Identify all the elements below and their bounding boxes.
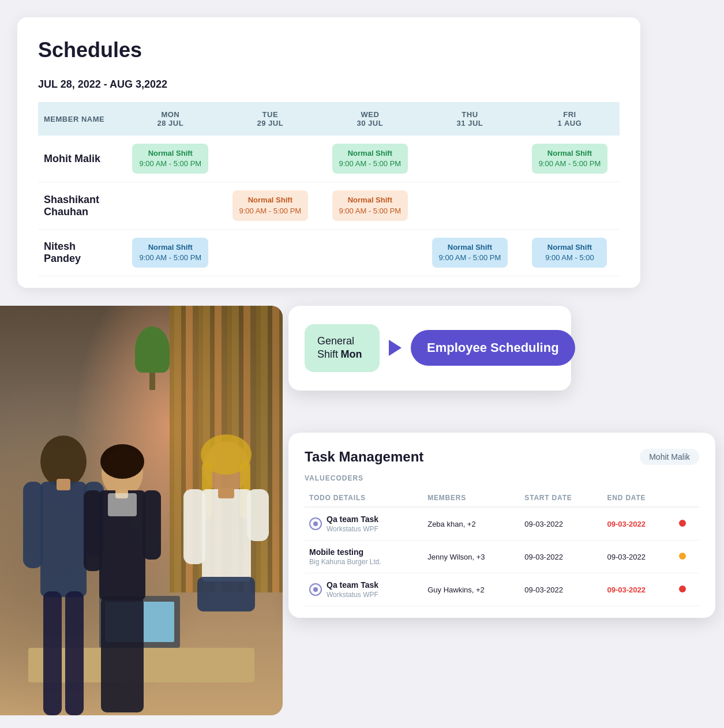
date-range: JUL 28, 2022 - AUG 3,2022 <box>38 78 620 91</box>
task-end-date: 09-03-2022 <box>603 573 673 606</box>
shift-badge: Normal Shift 9:00 AM - 5:00 PM <box>532 144 608 174</box>
task-name: Qa team Task <box>327 515 378 524</box>
col-todo: TODO DETAILS <box>305 489 423 507</box>
person-silhouette-2 <box>73 433 171 715</box>
task-table: TODO DETAILS MEMBERS START DATE END DATE… <box>305 489 699 606</box>
task-todo-cell: Mobile testing Big Kahuna Burger Ltd. <box>305 541 423 573</box>
shift-cell-fri: Normal Shift 9:00 AM - 5:00 <box>520 229 620 276</box>
task-org: Workstatus WPF <box>327 525 378 533</box>
shift-cell-tue <box>220 136 320 182</box>
shift-cell-mon: Normal Shift 9:00 AM - 5:00 PM <box>121 229 220 276</box>
task-end-date: 09-03-2022 <box>603 507 673 541</box>
task-end-date: 09-03-2022 <box>603 541 673 573</box>
svg-rect-4 <box>43 591 62 715</box>
shift-cell-fri <box>520 182 620 229</box>
svg-rect-19 <box>202 489 251 581</box>
status-dot-red <box>679 586 686 592</box>
shift-badge: Normal Shift 9:00 AM - 5:00 PM <box>332 190 408 220</box>
col-member-name: MEMBER NAME <box>38 102 121 136</box>
col-status <box>672 489 699 507</box>
task-todo-cell: Qa team Task Workstatus WPF <box>305 507 423 541</box>
task-name: Mobile testing <box>309 547 381 557</box>
svg-rect-21 <box>247 489 269 541</box>
task-start-date: 09-03-2022 <box>520 541 602 573</box>
member-name: Mohit Malik <box>38 136 121 182</box>
table-row: Qa team Task Workstatus WPF Zeba khan, +… <box>305 507 699 541</box>
team-photo <box>0 306 283 715</box>
schedules-title: Schedules <box>38 38 620 62</box>
task-header-row: TODO DETAILS MEMBERS START DATE END DATE <box>305 489 699 507</box>
task-card-header: Task Management Mohit Malik <box>305 449 699 465</box>
shift-badge: Normal Shift 9:00 AM - 5:00 PM <box>232 190 309 220</box>
task-status <box>672 507 699 541</box>
general-shift-day: Mon <box>340 348 362 360</box>
col-mon: MON28 JUL <box>121 102 220 136</box>
task-icon <box>309 517 322 530</box>
table-row: Mobile testing Big Kahuna Burger Ltd. Je… <box>305 541 699 573</box>
table-row: ShashikantChauhan Normal Shift 9:00 AM -… <box>38 182 620 229</box>
shift-cell-thu <box>420 182 520 229</box>
task-org-label: VALUECODERS <box>305 474 699 482</box>
svg-rect-11 <box>142 490 161 560</box>
task-org: Workstatus WPF <box>327 591 378 599</box>
shift-cell-thu <box>420 136 520 182</box>
task-members: Jenny Wilson, +3 <box>423 541 520 573</box>
shift-badge: Normal Shift 9:00 AM - 5:00 PM <box>132 144 208 174</box>
task-name: Qa team Task <box>327 580 378 590</box>
task-status <box>672 573 699 606</box>
page-wrapper: Schedules JUL 28, 2022 - AUG 3,2022 MEMB… <box>0 0 724 728</box>
svg-rect-6 <box>57 479 70 490</box>
task-org: Big Kahuna Burger Ltd. <box>309 558 381 566</box>
shift-cell-mon: Normal Shift 9:00 AM - 5:00 PM <box>121 136 220 182</box>
col-members: MEMBERS <box>423 489 520 507</box>
task-members: Guy Hawkins, +2 <box>423 573 520 606</box>
shift-cell-wed: Normal Shift 9:00 AM - 5:00 PM <box>320 136 420 182</box>
shift-badge: Normal Shift 9:00 AM - 5:00 PM <box>432 238 508 268</box>
task-card-title: Task Management <box>305 449 423 465</box>
svg-rect-22 <box>197 577 255 611</box>
schedules-card: Schedules JUL 28, 2022 - AUG 3,2022 MEMB… <box>17 17 640 288</box>
svg-rect-20 <box>183 489 205 564</box>
shift-cell-tue: Normal Shift 9:00 AM - 5:00 PM <box>220 182 320 229</box>
shift-cell-fri: Normal Shift 9:00 AM - 5:00 PM <box>520 136 620 182</box>
col-tue: TUE29 JUL <box>220 102 320 136</box>
task-management-card: Task Management Mohit Malik VALUECODERS … <box>288 433 715 618</box>
task-user-badge: Mohit Malik <box>640 449 699 465</box>
svg-rect-23 <box>218 488 234 498</box>
svg-rect-14 <box>108 493 137 516</box>
table-row: NiteshPandey Normal Shift 9:00 AM - 5:00… <box>38 229 620 276</box>
col-wed: WED30 JUL <box>320 102 420 136</box>
people-container <box>0 367 283 716</box>
member-name: ShashikantChauhan <box>38 182 121 229</box>
col-fri: FRI1 AUG <box>520 102 620 136</box>
shift-badge: Normal Shift 9:00 AM - 5:00 PM <box>332 144 408 174</box>
task-start-date: 09-03-2022 <box>520 573 602 606</box>
svg-rect-12 <box>101 597 144 712</box>
task-members: Zeba khan, +2 <box>423 507 520 541</box>
member-name: NiteshPandey <box>38 229 121 276</box>
emp-scheduling-label: Employee Scheduling <box>411 330 575 366</box>
col-start-date: START DATE <box>520 489 602 507</box>
general-shift-bubble: General Shift Mon <box>305 324 380 372</box>
status-dot-yellow <box>679 553 686 560</box>
arrow-right-icon <box>389 340 402 356</box>
task-start-date: 09-03-2022 <box>520 507 602 541</box>
shift-badge: Normal Shift 9:00 AM - 5:00 PM <box>132 238 208 268</box>
emp-scheduling-card: General Shift Mon Employee Scheduling <box>288 306 571 391</box>
person-silhouette-3 <box>173 427 280 681</box>
shift-cell-wed <box>320 229 420 276</box>
shift-cell-thu: Normal Shift 9:00 AM - 5:00 PM <box>420 229 520 276</box>
schedule-header-row: MEMBER NAME MON28 JUL TUE29 JUL WED30 JU… <box>38 102 620 136</box>
task-icon <box>309 583 322 596</box>
svg-point-8 <box>100 444 144 479</box>
status-dot-red <box>679 520 686 527</box>
table-row: Qa team Task Workstatus WPF Guy Hawkins,… <box>305 573 699 606</box>
task-status <box>672 541 699 573</box>
shift-cell-mon <box>121 182 220 229</box>
svg-rect-10 <box>84 490 102 571</box>
col-end-date: END DATE <box>603 489 673 507</box>
table-row: Mohit Malik Normal Shift 9:00 AM - 5:00 … <box>38 136 620 182</box>
svg-rect-2 <box>23 482 43 568</box>
col-thu: THU31 JUL <box>420 102 520 136</box>
schedule-table: MEMBER NAME MON28 JUL TUE29 JUL WED30 JU… <box>38 102 620 276</box>
